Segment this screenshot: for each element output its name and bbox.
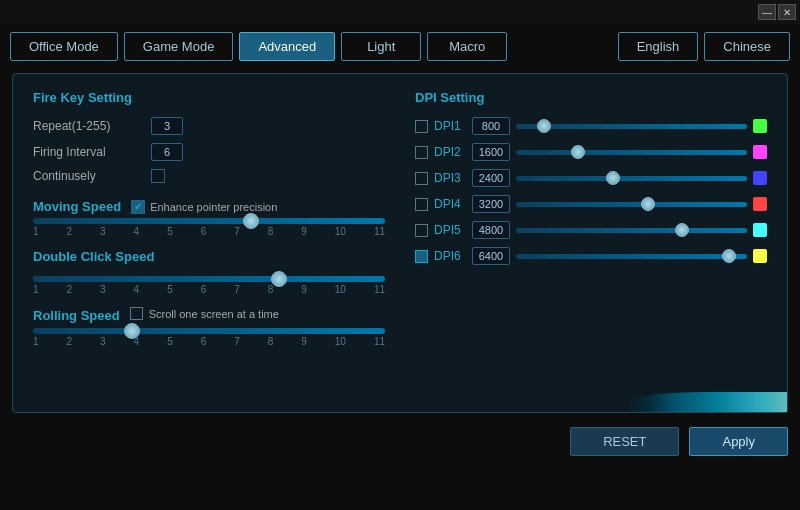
dpi4-label: DPI4 bbox=[434, 197, 466, 211]
rolling-speed-title: Rolling Speed bbox=[33, 308, 120, 323]
dpi4-row: DPI4 3200 bbox=[415, 195, 767, 213]
dpi5-slider[interactable] bbox=[516, 228, 747, 233]
dpi2-label: DPI2 bbox=[434, 145, 466, 159]
dpi1-row: DPI1 800 bbox=[415, 117, 767, 135]
dpi4-value[interactable]: 3200 bbox=[472, 195, 510, 213]
moving-slider[interactable] bbox=[33, 218, 385, 224]
dpi4-checkbox[interactable] bbox=[415, 198, 428, 211]
dpi2-slider[interactable] bbox=[516, 150, 747, 155]
dpi6-thumb[interactable] bbox=[722, 249, 736, 263]
apply-button[interactable]: Apply bbox=[689, 427, 788, 456]
dpi1-slider[interactable] bbox=[516, 124, 747, 129]
scroll-checkbox[interactable] bbox=[130, 307, 143, 320]
dpi5-thumb[interactable] bbox=[675, 223, 689, 237]
scroll-label: Scroll one screen at a time bbox=[149, 308, 279, 320]
tab-light[interactable]: Light bbox=[341, 32, 421, 61]
dpi3-row: DPI3 2400 bbox=[415, 169, 767, 187]
left-section: Fire Key Setting Repeat(1-255) Firing In… bbox=[33, 90, 385, 359]
tab-game-mode[interactable]: Game Mode bbox=[124, 32, 234, 61]
double-click-track[interactable] bbox=[33, 276, 385, 282]
dpi2-thumb[interactable] bbox=[571, 145, 585, 159]
dpi4-color bbox=[753, 197, 767, 211]
moving-slider-track[interactable] bbox=[33, 218, 385, 224]
moving-speed-title: Moving Speed bbox=[33, 199, 121, 214]
dpi3-label: DPI3 bbox=[434, 171, 466, 185]
rolling-slider[interactable] bbox=[33, 328, 385, 334]
nav-bar: Office Mode Game Mode Advanced Light Mac… bbox=[0, 24, 800, 69]
rainbow-decoration bbox=[627, 392, 787, 412]
tab-chinese[interactable]: Chinese bbox=[704, 32, 790, 61]
dpi5-color bbox=[753, 223, 767, 237]
dpi1-value[interactable]: 800 bbox=[472, 117, 510, 135]
dpi5-checkbox[interactable] bbox=[415, 224, 428, 237]
action-bar: RESET Apply bbox=[0, 417, 800, 466]
moving-speed-section: Moving Speed Enhance pointer precision 1… bbox=[33, 199, 385, 237]
double-click-thumb[interactable] bbox=[271, 271, 287, 287]
enhance-checkbox[interactable] bbox=[131, 200, 145, 214]
main-panel: Fire Key Setting Repeat(1-255) Firing In… bbox=[12, 73, 788, 413]
dpi5-track[interactable] bbox=[516, 228, 747, 233]
dpi2-checkbox[interactable] bbox=[415, 146, 428, 159]
dpi1-thumb[interactable] bbox=[537, 119, 551, 133]
double-click-section: Double Click Speed 1234567891011 bbox=[33, 249, 385, 295]
repeat-input[interactable] bbox=[151, 117, 183, 135]
double-click-numbers: 1234567891011 bbox=[33, 284, 385, 295]
dpi3-slider[interactable] bbox=[516, 176, 747, 181]
right-section: DPI Setting DPI1 800 D bbox=[415, 90, 767, 359]
dpi1-track[interactable] bbox=[516, 124, 747, 129]
dpi1-checkbox[interactable] bbox=[415, 120, 428, 133]
double-click-slider[interactable] bbox=[33, 276, 385, 282]
continusely-row: Continusely bbox=[33, 169, 385, 183]
reset-button[interactable]: RESET bbox=[570, 427, 679, 456]
moving-slider-thumb[interactable] bbox=[243, 213, 259, 229]
dpi1-color bbox=[753, 119, 767, 133]
rolling-track[interactable] bbox=[33, 328, 385, 334]
repeat-label: Repeat(1-255) bbox=[33, 119, 143, 133]
dpi2-value[interactable]: 1600 bbox=[472, 143, 510, 161]
close-button[interactable]: ✕ bbox=[778, 4, 796, 20]
dpi-rows: DPI1 800 DPI2 1600 bbox=[415, 117, 767, 265]
dpi6-value[interactable]: 6400 bbox=[472, 247, 510, 265]
dpi6-track[interactable] bbox=[516, 254, 747, 259]
dpi3-thumb[interactable] bbox=[606, 171, 620, 185]
dpi5-value[interactable]: 4800 bbox=[472, 221, 510, 239]
rolling-numbers: 1234567891011 bbox=[33, 336, 385, 347]
dpi5-label: DPI5 bbox=[434, 223, 466, 237]
dpi6-row: DPI6 6400 bbox=[415, 247, 767, 265]
dpi3-checkbox[interactable] bbox=[415, 172, 428, 185]
rolling-thumb[interactable] bbox=[124, 323, 140, 339]
moving-slider-numbers: 1234567891011 bbox=[33, 226, 385, 237]
dpi6-slider[interactable] bbox=[516, 254, 747, 259]
dpi-title: DPI Setting bbox=[415, 90, 767, 105]
dpi1-label: DPI1 bbox=[434, 119, 466, 133]
tab-macro[interactable]: Macro bbox=[427, 32, 507, 61]
enhance-row: Enhance pointer precision bbox=[131, 200, 277, 214]
dpi3-value[interactable]: 2400 bbox=[472, 169, 510, 187]
fire-key-title: Fire Key Setting bbox=[33, 90, 385, 105]
dpi6-label: DPI6 bbox=[434, 249, 466, 263]
title-bar: — ✕ bbox=[0, 0, 800, 24]
dpi2-track[interactable] bbox=[516, 150, 747, 155]
tab-advanced[interactable]: Advanced bbox=[239, 32, 335, 61]
dpi3-color bbox=[753, 171, 767, 185]
scroll-row: Scroll one screen at a time bbox=[130, 307, 279, 320]
firing-input[interactable] bbox=[151, 143, 183, 161]
dpi5-row: DPI5 4800 bbox=[415, 221, 767, 239]
dpi6-checkbox[interactable] bbox=[415, 250, 428, 263]
tab-english[interactable]: English bbox=[618, 32, 699, 61]
dpi4-slider[interactable] bbox=[516, 202, 747, 207]
dpi4-track[interactable] bbox=[516, 202, 747, 207]
tab-office-mode[interactable]: Office Mode bbox=[10, 32, 118, 61]
dpi6-color bbox=[753, 249, 767, 263]
rolling-speed-section: Rolling Speed Scroll one screen at a tim… bbox=[33, 307, 385, 347]
dpi4-thumb[interactable] bbox=[641, 197, 655, 211]
continusely-checkbox[interactable] bbox=[151, 169, 165, 183]
dpi2-row: DPI2 1600 bbox=[415, 143, 767, 161]
minimize-button[interactable]: — bbox=[758, 4, 776, 20]
dpi3-track[interactable] bbox=[516, 176, 747, 181]
dpi2-color bbox=[753, 145, 767, 159]
repeat-row: Repeat(1-255) bbox=[33, 117, 385, 135]
firing-row: Firing Interval bbox=[33, 143, 385, 161]
double-click-title: Double Click Speed bbox=[33, 249, 385, 264]
fire-key-grid: Repeat(1-255) Firing Interval Continusel… bbox=[33, 117, 385, 183]
